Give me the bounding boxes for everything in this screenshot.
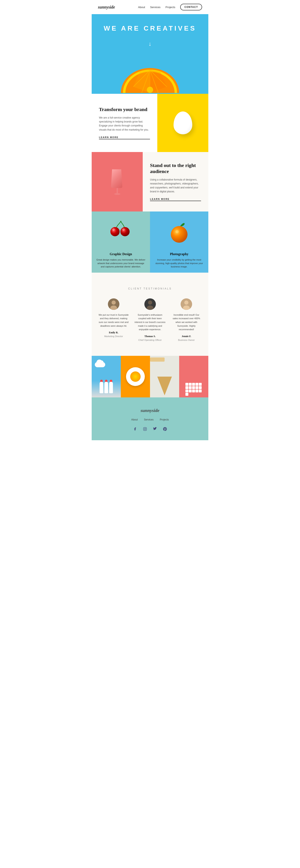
gallery-item-1[interactable] bbox=[92, 356, 121, 397]
testimonials-title: CLIENT TESTIMONIALS bbox=[98, 287, 202, 290]
svg-point-13 bbox=[120, 227, 130, 236]
cone-body bbox=[157, 377, 172, 395]
svg-point-19 bbox=[111, 301, 116, 305]
svg-point-16 bbox=[171, 226, 188, 243]
scroll-arrow[interactable]: ↓ bbox=[96, 40, 204, 47]
testimonials-section: CLIENT TESTIMONIALS We put our trust in … bbox=[92, 273, 208, 356]
facebook-icon[interactable] bbox=[132, 426, 138, 432]
twitter-icon[interactable] bbox=[152, 426, 158, 432]
footer: sunnyside About Services Projects bbox=[92, 397, 208, 440]
testimonial-2-quote: Sunnyside's enthusiasm coupled with thei… bbox=[134, 313, 166, 332]
svg-point-3 bbox=[147, 87, 153, 93]
testimonial-2-name: Thomas S. bbox=[134, 335, 166, 338]
svg-point-25 bbox=[184, 301, 189, 305]
bottle-3 bbox=[109, 382, 113, 393]
cup-shape bbox=[111, 169, 124, 194]
footer-social bbox=[98, 426, 202, 432]
sugar-cubes bbox=[185, 383, 202, 397]
nav-logo[interactable]: sunnyside bbox=[98, 5, 115, 9]
svg-point-14 bbox=[112, 228, 115, 231]
pinterest-icon[interactable] bbox=[162, 426, 168, 432]
testimonial-3: Incredible end result! Our sales increas… bbox=[171, 299, 202, 341]
nav-links: About Services Projects CONTACT bbox=[138, 4, 202, 10]
transform-text-panel: Transform your brand We are a full-servi… bbox=[92, 94, 157, 152]
navbar: sunnyside About Services Projects CONTAC… bbox=[92, 0, 208, 14]
testimonial-3-name: Jennie F. bbox=[171, 335, 202, 338]
split-section-1: Transform your brand We are a full-servi… bbox=[92, 94, 208, 152]
bottle-1 bbox=[100, 382, 103, 393]
hero-section: WE ARE CREATIVES ↓ bbox=[92, 14, 208, 94]
avatar-2 bbox=[144, 299, 156, 310]
testimonial-1-role: Marketing Director bbox=[98, 335, 129, 338]
testimonial-1: We put our trust in Sunnyside and they d… bbox=[98, 299, 129, 341]
footer-nav-services[interactable]: Services bbox=[144, 418, 154, 421]
instagram-icon[interactable] bbox=[142, 426, 148, 432]
photography-panel: Photography Increase your credibility by… bbox=[150, 212, 208, 273]
orange-fruit-image bbox=[154, 216, 204, 249]
services-grid: Graphic Design Great design makes you me… bbox=[92, 212, 208, 273]
egg-panel bbox=[157, 94, 208, 152]
graphic-design-panel: Graphic Design Great design makes you me… bbox=[92, 212, 150, 273]
egg-shape bbox=[173, 112, 192, 134]
footer-nav-projects[interactable]: Projects bbox=[160, 418, 169, 421]
cone-top bbox=[150, 358, 165, 362]
gallery-strip bbox=[92, 356, 208, 397]
footer-nav: About Services Projects bbox=[98, 418, 202, 421]
testimonial-2: Sunnyside's enthusiasm coupled with thei… bbox=[134, 299, 166, 341]
footer-logo: sunnyside bbox=[98, 408, 202, 413]
svg-point-15 bbox=[122, 228, 125, 231]
nav-link-about[interactable]: About bbox=[138, 6, 145, 9]
split-section-2: Stand out to the right audience Using a … bbox=[92, 152, 208, 212]
standout-body: Using a collaborative formula of designe… bbox=[150, 178, 201, 194]
testimonials-grid: We put our trust in Sunnyside and they d… bbox=[98, 299, 202, 341]
service-2-title: Photography bbox=[170, 252, 189, 256]
service-1-body: Great design makes you memorable. We del… bbox=[96, 258, 146, 269]
orange-half bbox=[130, 371, 141, 382]
footer-nav-about[interactable]: About bbox=[131, 418, 138, 421]
svg-point-11 bbox=[110, 227, 119, 236]
transform-heading: Transform your brand bbox=[99, 106, 150, 113]
transform-cta[interactable]: LEARN MORE bbox=[99, 136, 150, 139]
hero-title: WE ARE CREATIVES bbox=[96, 25, 204, 32]
cherries-image bbox=[96, 216, 146, 249]
nav-link-projects[interactable]: Projects bbox=[165, 6, 175, 9]
svg-point-28 bbox=[144, 428, 146, 430]
testimonial-3-quote: Incredible end result! Our sales increas… bbox=[171, 313, 202, 332]
gallery-item-2[interactable] bbox=[121, 356, 150, 397]
contact-button[interactable]: CONTACT bbox=[180, 4, 202, 10]
testimonial-2-role: Chief Operating Officer bbox=[134, 339, 166, 341]
svg-point-22 bbox=[148, 301, 152, 305]
transform-body: We are a full-service creative agency sp… bbox=[99, 116, 150, 132]
testimonial-3-role: Business Owner bbox=[171, 339, 202, 341]
pink-cup-panel bbox=[92, 152, 143, 212]
svg-point-29 bbox=[146, 428, 146, 428]
cloud bbox=[95, 362, 105, 367]
standout-heading: Stand out to the right audience bbox=[150, 162, 201, 175]
avatar-3 bbox=[181, 299, 192, 310]
svg-rect-27 bbox=[143, 427, 147, 431]
testimonial-1-quote: We put our trust in Sunnyside and they d… bbox=[98, 313, 129, 328]
service-1-title: Graphic Design bbox=[110, 252, 132, 256]
plate bbox=[126, 367, 145, 386]
cone-wrapper bbox=[157, 377, 172, 395]
standout-cta[interactable]: LEARN MORE bbox=[150, 198, 201, 201]
bottle-2 bbox=[104, 382, 108, 393]
svg-point-17 bbox=[175, 230, 179, 233]
nav-link-services[interactable]: Services bbox=[150, 6, 160, 9]
gallery-item-3[interactable] bbox=[150, 356, 179, 397]
avatar-1 bbox=[108, 299, 119, 310]
hero-orange bbox=[96, 51, 204, 94]
service-2-body: Increase your credibility by getting the… bbox=[154, 258, 204, 269]
standout-text-panel: Stand out to the right audience Using a … bbox=[143, 152, 208, 212]
gallery-item-4[interactable] bbox=[179, 356, 208, 397]
testimonial-1-name: Emily R. bbox=[98, 331, 129, 334]
